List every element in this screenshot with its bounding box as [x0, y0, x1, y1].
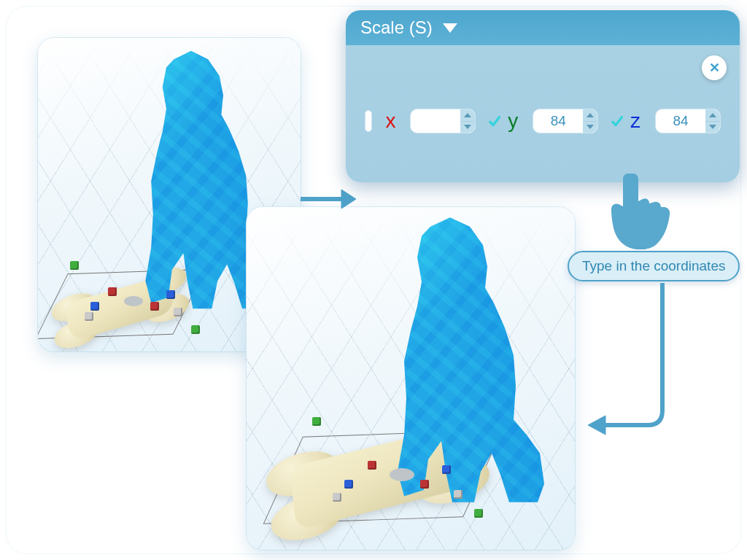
svg-marker-1: [341, 190, 356, 209]
panel-title: Scale (S): [360, 18, 433, 38]
axis-z-spinner[interactable]: [705, 109, 720, 133]
axis-z-label: z: [630, 109, 640, 133]
axis-y-spinner[interactable]: [583, 109, 597, 133]
axis-x-input[interactable]: [410, 109, 476, 133]
instruction-canvas: Scale (S) x y 84 z: [6, 6, 741, 554]
axis-z-value: 84: [656, 109, 705, 133]
tooltip-text: Type in the coordinates: [582, 258, 725, 273]
axis-row: x y 84 z 84: [365, 96, 721, 146]
dropdown-triangle-icon[interactable]: [443, 23, 457, 33]
pointing-hand-icon: [605, 169, 671, 249]
scale-panel: Scale (S) x y 84 z: [346, 10, 740, 182]
axis-z-input[interactable]: 84: [655, 109, 721, 133]
axis-z-checkmark-icon[interactable]: [611, 102, 623, 140]
svg-marker-2: [588, 416, 605, 435]
viewport-after: [247, 207, 575, 550]
axis-x-spinner[interactable]: [460, 109, 475, 133]
arrow-to-result-icon: [582, 276, 677, 451]
panel-header[interactable]: Scale (S): [346, 10, 740, 45]
arrow-to-panel-icon: [298, 181, 356, 217]
axis-y-checkmark-icon[interactable]: [489, 102, 500, 140]
axis-x-checkbox[interactable]: [365, 110, 372, 132]
close-button[interactable]: [702, 55, 727, 80]
axis-y-value: 84: [533, 109, 583, 133]
axis-x-value: [411, 109, 460, 133]
axis-y-input[interactable]: 84: [533, 109, 598, 133]
axis-y-label: y: [508, 109, 518, 133]
axis-x-label: x: [385, 109, 395, 133]
